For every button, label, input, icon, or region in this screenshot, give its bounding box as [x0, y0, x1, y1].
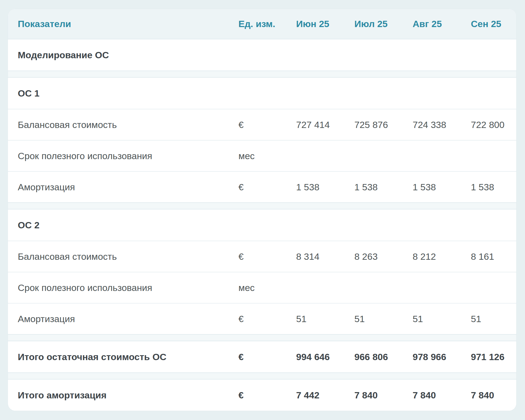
table-row-section[interactable]: ОС 1 — [8, 78, 516, 109]
column-header-1: Ед. изм. — [238, 19, 296, 29]
row-label: ОС 1 — [8, 88, 238, 99]
value-cell[interactable]: 8 212 — [413, 251, 471, 262]
row-label: Срок полезного использования — [8, 282, 238, 293]
column-header-4: Авг 25 — [413, 19, 471, 29]
column-header-5: Сен 25 — [471, 19, 516, 29]
value-cell[interactable]: 51 — [471, 314, 516, 324]
value-cell[interactable]: 7 840 — [471, 390, 516, 401]
value-cell[interactable]: 1 538 — [471, 182, 516, 192]
section-spacer — [8, 334, 516, 341]
section-spacer — [8, 372, 516, 380]
fixed-assets-modeling-table: ПоказателиЕд. изм.Июн 25Июл 25Авг 25Сен … — [8, 9, 517, 411]
value-cell[interactable]: 727 414 — [296, 119, 354, 130]
unit-cell: € — [238, 314, 296, 324]
row-label: Срок полезного использования — [8, 151, 238, 161]
table-body: Моделирование ОСОС 1Балансовая стоимость… — [8, 39, 516, 411]
row-label: Балансовая стоимость — [8, 251, 238, 262]
value-cell[interactable]: 51 — [413, 314, 471, 324]
column-header-2: Июн 25 — [296, 19, 354, 29]
table-row-section[interactable]: Моделирование ОС — [8, 39, 516, 71]
value-cell[interactable]: 966 806 — [354, 352, 413, 362]
row-label: Итого остаточная стоимость ОС — [8, 352, 238, 362]
table-row-data[interactable]: Срок полезного использованиямес — [8, 272, 516, 303]
unit-cell: € — [238, 119, 296, 130]
value-cell[interactable]: 978 966 — [413, 352, 471, 362]
value-cell[interactable]: 1 538 — [354, 182, 413, 192]
row-label: ОС 2 — [8, 220, 238, 231]
row-label: Моделирование ОС — [8, 50, 238, 60]
value-cell[interactable]: 994 646 — [296, 352, 354, 362]
section-spacer — [8, 202, 516, 209]
section-spacer — [8, 71, 516, 78]
table-row-section[interactable]: ОС 2 — [8, 209, 516, 241]
unit-cell: € — [238, 182, 296, 192]
row-label: Итого амортизация — [8, 390, 238, 401]
table-row-data[interactable]: Балансовая стоимость€727 414725 876724 3… — [8, 109, 516, 140]
table-row-data[interactable]: Амортизация€1 5381 5381 5381 538 — [8, 171, 516, 202]
value-cell[interactable]: 971 126 — [471, 352, 516, 362]
column-header-3: Июл 25 — [354, 19, 413, 29]
value-cell[interactable]: 722 800 — [471, 119, 516, 130]
value-cell[interactable]: 51 — [296, 314, 354, 324]
table-row-total[interactable]: Итого амортизация€7 4427 8407 8407 840 — [8, 380, 516, 411]
value-cell[interactable]: 7 840 — [354, 390, 413, 401]
table-row-data[interactable]: Балансовая стоимость€8 3148 2638 2128 16… — [8, 241, 516, 272]
table-row-total[interactable]: Итого остаточная стоимость ОС€994 646966… — [8, 341, 516, 372]
row-label: Балансовая стоимость — [8, 119, 238, 130]
column-header-0: Показатели — [8, 19, 238, 29]
row-label: Амортизация — [8, 314, 238, 324]
unit-cell: мес — [238, 151, 296, 161]
table-header-row: ПоказателиЕд. изм.Июн 25Июл 25Авг 25Сен … — [8, 9, 516, 39]
value-cell[interactable]: 1 538 — [413, 182, 471, 192]
value-cell[interactable]: 1 538 — [296, 182, 354, 192]
table-row-data[interactable]: Срок полезного использованиямес — [8, 140, 516, 171]
unit-cell: € — [238, 390, 296, 401]
unit-cell: € — [238, 251, 296, 262]
table-row-data[interactable]: Амортизация€51515151 — [8, 303, 516, 334]
value-cell[interactable]: 7 840 — [413, 390, 471, 401]
value-cell[interactable]: 51 — [354, 314, 413, 324]
value-cell[interactable]: 724 338 — [413, 119, 471, 130]
unit-cell: мес — [238, 282, 296, 293]
value-cell[interactable]: 7 442 — [296, 390, 354, 401]
value-cell[interactable]: 8 161 — [471, 251, 516, 262]
value-cell[interactable]: 725 876 — [354, 119, 413, 130]
value-cell[interactable]: 8 263 — [354, 251, 413, 262]
unit-cell: € — [238, 352, 296, 362]
row-label: Амортизация — [8, 182, 238, 192]
value-cell[interactable]: 8 314 — [296, 251, 354, 262]
